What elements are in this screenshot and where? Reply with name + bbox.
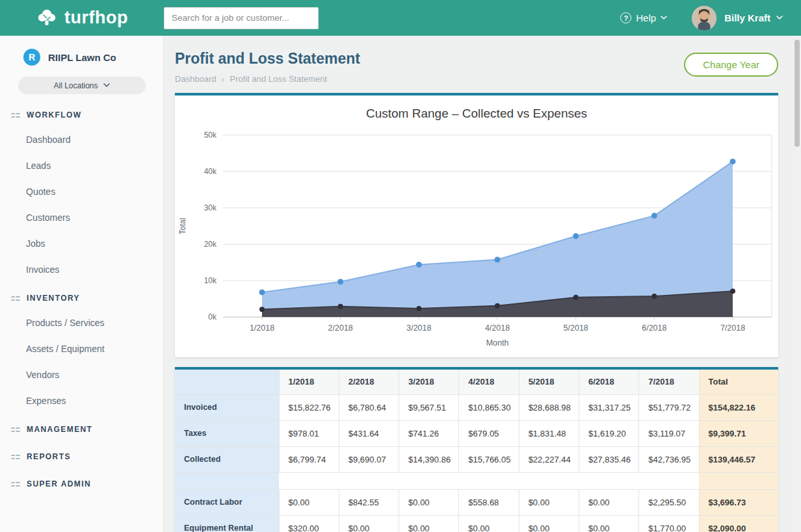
sidebar-item-assets-equipment[interactable]: Assets / Equipment [0, 336, 163, 362]
cell: $3,696.73 [699, 489, 778, 515]
table-header-1-2018: 1/2018 [279, 370, 339, 394]
sidebar-item-customers[interactable]: Customers [0, 205, 163, 231]
table-row: Invoiced$15,822.76$6,780.64$9,567.51$10,… [175, 394, 778, 420]
sidebar-item-expenses[interactable]: Expenses [0, 388, 163, 414]
locations-dropdown[interactable]: All Locations [18, 77, 146, 94]
cell: $0.00 [519, 515, 579, 532]
sidebar-item-leads[interactable]: Leads [0, 153, 163, 179]
point-collected [337, 279, 343, 285]
breadcrumb: Dashboard › Profit and Loss Statement [175, 74, 360, 84]
sidebar-section-workflow: WORKFLOW [0, 103, 163, 127]
point-expenses [495, 303, 500, 309]
cell: $741.26 [399, 420, 459, 446]
y-axis-label: Total [178, 218, 187, 234]
point-expenses [730, 288, 735, 294]
point-expenses [573, 295, 579, 300]
spacer-cell [459, 472, 519, 489]
logo-text: turfhop [64, 8, 128, 28]
sidebar-item-invoices[interactable]: Invoices [0, 257, 163, 283]
spacer-cell [579, 472, 638, 489]
table-header-7-2018: 7/2018 [639, 370, 699, 394]
cell: $978.01 [279, 420, 339, 446]
row-label: Contract Labor [175, 489, 279, 515]
cell: $320.00 [279, 515, 339, 532]
spacer-cell [339, 472, 399, 489]
change-year-button[interactable]: Change Year [684, 53, 778, 77]
help-menu[interactable]: ? Help [620, 12, 667, 23]
spacer-cell [699, 472, 778, 489]
point-collected [651, 213, 657, 219]
spacer-cell [279, 472, 339, 489]
avatar-photo [692, 6, 716, 31]
area-collected [262, 162, 733, 317]
section-dash-icon [11, 296, 20, 301]
pl-area-chart: 0k10k20k30k40k50k1/20182/20183/20184/201… [175, 122, 778, 356]
y-tick-label: 40k [204, 167, 217, 176]
search-input[interactable] [164, 7, 319, 29]
chevron-down-icon [661, 16, 667, 20]
user-name: Billy Kraft [724, 12, 770, 23]
point-collected [495, 257, 501, 262]
table-header-5-2018: 5/2018 [519, 370, 579, 394]
x-tick-label: 5/2018 [564, 323, 588, 333]
point-expenses [338, 304, 343, 309]
sidebar-item-vendors[interactable]: Vendors [0, 362, 163, 388]
y-tick-label: 30k [204, 203, 217, 212]
spacer-cell [639, 472, 699, 489]
point-expenses [416, 306, 421, 311]
pl-table: 1/20182/20183/20184/20185/20186/20187/20… [175, 370, 778, 532]
company-row[interactable]: R RIIPL Lawn Co [23, 49, 163, 66]
cell: $51,779.72 [639, 394, 699, 420]
table-header-2-2018: 2/2018 [339, 370, 399, 394]
table-header-row: 1/20182/20183/20184/20185/20186/20187/20… [175, 370, 778, 394]
sidebar-section-label: MANAGEMENT [27, 425, 92, 434]
cell: $1,619.20 [579, 420, 638, 446]
cell: $14,390.86 [399, 446, 459, 472]
table-spacer-row [175, 472, 778, 489]
cell: $31,317.25 [579, 394, 638, 420]
topbar: turfhop ? Help Billy Kraft [0, 0, 801, 36]
help-label: Help [636, 12, 656, 23]
page-header: Profit and Loss Statement Dashboard › Pr… [175, 46, 778, 84]
section-dash-icon [11, 427, 20, 433]
avatar[interactable] [692, 6, 716, 31]
point-collected [573, 233, 579, 239]
table-row: Collected$6,799.74$9,690.07$14,390.86$15… [175, 446, 778, 472]
point-expenses [259, 307, 265, 312]
sidebar-section-management: MANAGEMENT [0, 418, 163, 441]
x-tick-label: 7/2018 [720, 323, 745, 333]
sidebar-section-inventory: INVENTORY [0, 286, 163, 310]
cell: $0.00 [279, 489, 339, 515]
chevron-down-icon [776, 16, 783, 20]
table-header-blank [175, 370, 279, 394]
page-scrollbar[interactable] [793, 36, 801, 532]
cell: $9,690.07 [339, 446, 399, 472]
sidebar-section-label: REPORTS [27, 452, 71, 461]
row-label: Invoiced [175, 394, 279, 420]
table-header-total: Total [699, 370, 778, 394]
point-collected [259, 289, 265, 295]
breadcrumb-current: Profit and Loss Statement [230, 74, 328, 84]
cell: $558.68 [459, 489, 519, 515]
cell: $2,295.50 [639, 489, 699, 515]
sidebar-item-dashboard[interactable]: Dashboard [0, 127, 163, 153]
breadcrumb-dashboard[interactable]: Dashboard [175, 74, 217, 84]
sidebar-section-super-admin: SUPER ADMIN [0, 472, 163, 496]
cell: $0.00 [399, 489, 459, 515]
cell: $842.55 [339, 489, 399, 515]
scrollbar-thumb[interactable] [794, 40, 800, 147]
cell: $154,822.16 [699, 394, 778, 420]
point-collected [730, 158, 736, 164]
x-tick-label: 4/2018 [485, 323, 510, 333]
sidebar-item-jobs[interactable]: Jobs [0, 231, 163, 257]
sidebar-item-quotes[interactable]: Quotes [0, 179, 163, 205]
cell: $9,399.71 [699, 420, 778, 446]
cell: $0.00 [459, 515, 519, 532]
chart-card: Custom Range – Collected vs Expenses 0k1… [175, 93, 778, 357]
sidebar-item-products-services[interactable]: Products / Services [0, 310, 163, 336]
spacer-cell [519, 472, 579, 489]
y-tick-label: 0k [208, 312, 217, 322]
y-tick-label: 20k [204, 240, 217, 249]
cell: $0.00 [519, 489, 579, 515]
user-menu[interactable]: Billy Kraft [724, 12, 783, 23]
